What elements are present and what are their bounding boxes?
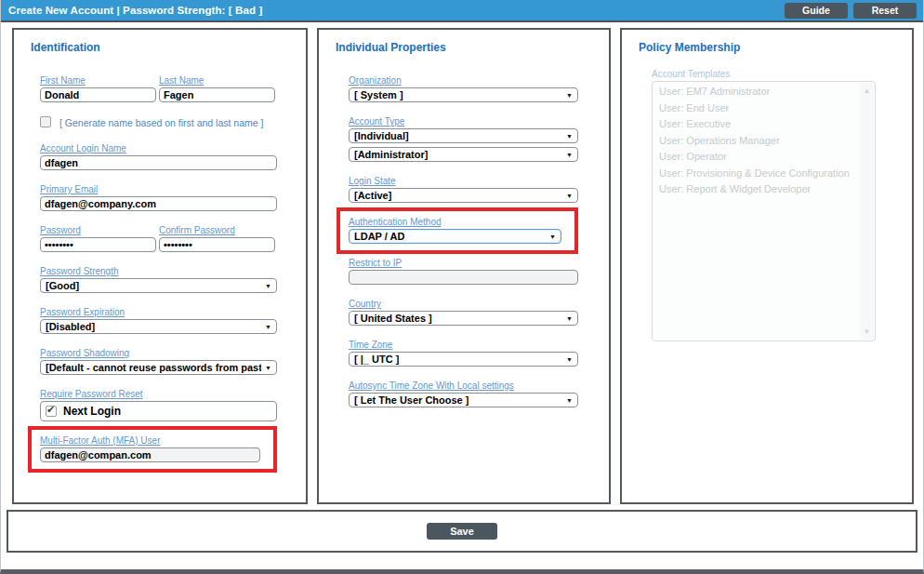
last-name-input[interactable] bbox=[159, 87, 275, 102]
primary-email-input[interactable] bbox=[40, 196, 277, 211]
autosync-time-zone-value: [ Let The User Choose ] bbox=[354, 394, 469, 406]
country-label: Country bbox=[349, 299, 578, 309]
dropdown-arrow-icon: ▼ bbox=[566, 152, 573, 158]
policy-membership-panel: Policy Membership Account Templates User… bbox=[620, 28, 914, 504]
next-login-label: Next Login bbox=[63, 405, 121, 418]
account-templates-listbox[interactable]: User: EM7 Administrator User: End User U… bbox=[652, 81, 876, 341]
primary-email-label: Primary Email bbox=[40, 184, 277, 194]
annotation-highlight-authentication-method: Authentication Method LDAP / AD ▼ bbox=[337, 207, 578, 254]
login-state-label: Login State bbox=[349, 176, 578, 186]
restrict-to-ip-input[interactable] bbox=[349, 270, 578, 285]
account-type-value: [Individual] bbox=[354, 130, 409, 141]
identification-panel: Identification First Name Last Name [ Ge… bbox=[12, 28, 308, 504]
dropdown-arrow-icon: ▼ bbox=[566, 356, 573, 363]
account-login-name-input[interactable] bbox=[40, 155, 277, 170]
last-name-label: Last Name bbox=[159, 75, 275, 86]
guide-button[interactable]: Guide bbox=[785, 3, 848, 19]
mfa-user-label: Multi-Factor Auth (MFA) User bbox=[40, 435, 260, 446]
require-password-reset-label: Require Password Reset bbox=[40, 389, 277, 399]
dropdown-arrow-icon: ▼ bbox=[566, 92, 573, 99]
page-title: Create New Account | Password Strength: … bbox=[8, 5, 262, 16]
dropdown-arrow-icon: ▼ bbox=[265, 365, 271, 371]
dropdown-arrow-icon: ▼ bbox=[566, 193, 573, 199]
checkmark-icon: ✔ bbox=[46, 404, 55, 415]
password-strength-label: Password Strength bbox=[40, 266, 277, 276]
list-item[interactable]: User: End User bbox=[653, 100, 875, 117]
password-shadowing-select[interactable]: [Default - cannot reuse passwords from p… bbox=[40, 360, 277, 375]
autosync-time-zone-label: Autosync Time Zone With Local settings bbox=[349, 380, 578, 391]
dropdown-arrow-icon: ▼ bbox=[566, 397, 573, 404]
account-login-name-label: Account Login Name bbox=[40, 143, 277, 154]
password-expiration-select[interactable]: [Disabled] ▼ bbox=[40, 319, 277, 334]
individual-properties-panel: Individual Properties Organization [ Sys… bbox=[317, 28, 611, 504]
generate-name-label: [ Generate name based on first and last … bbox=[59, 116, 263, 128]
country-select[interactable]: [ United States ] ▼ bbox=[349, 311, 578, 326]
account-subtype-value: [Administrator] bbox=[354, 149, 428, 160]
password-expiration-value: [Disabled] bbox=[46, 321, 95, 332]
dropdown-arrow-icon: ▼ bbox=[549, 234, 556, 240]
first-name-input[interactable] bbox=[40, 87, 156, 102]
time-zone-label: Time Zone bbox=[349, 340, 578, 350]
password-strength-select[interactable]: [Good] ▼ bbox=[40, 278, 277, 293]
login-state-select[interactable]: [Active] ▼ bbox=[349, 188, 578, 203]
time-zone-value: [ |_ UTC ] bbox=[354, 354, 399, 365]
account-subtype-select[interactable]: [Administrator] ▼ bbox=[349, 147, 578, 162]
organization-select[interactable]: [ System ] ▼ bbox=[349, 87, 578, 102]
country-value: [ United States ] bbox=[354, 313, 432, 324]
first-name-label: First Name bbox=[40, 75, 156, 86]
mfa-user-input[interactable] bbox=[40, 447, 260, 462]
list-item[interactable]: User: Operations Manager bbox=[653, 133, 875, 150]
save-button[interactable]: Save bbox=[427, 523, 497, 540]
restrict-to-ip-label: Restrict to IP bbox=[349, 258, 578, 268]
confirm-password-input[interactable] bbox=[159, 237, 275, 252]
list-item[interactable]: User: Executive bbox=[653, 116, 875, 133]
list-item[interactable]: User: EM7 Administrator bbox=[653, 84, 875, 100]
authentication-method-select[interactable]: LDAP / AD ▼ bbox=[349, 229, 561, 244]
password-label: Password bbox=[40, 225, 156, 235]
authentication-method-value: LDAP / AD bbox=[354, 231, 404, 242]
password-shadowing-value: [Default - cannot reuse passwords from p… bbox=[46, 362, 261, 373]
next-login-checkbox[interactable]: ✔ bbox=[46, 406, 57, 417]
policy-membership-title: Policy Membership bbox=[622, 30, 912, 56]
title-bar: Create New Account | Password Strength: … bbox=[1, 0, 923, 22]
list-item[interactable]: User: Report & Widget Developer bbox=[653, 181, 875, 198]
scroll-up-icon: ▲ bbox=[860, 87, 874, 95]
dropdown-arrow-icon: ▼ bbox=[265, 283, 271, 289]
account-templates-label: Account Templates bbox=[652, 69, 876, 79]
time-zone-select[interactable]: [ |_ UTC ] ▼ bbox=[349, 352, 578, 367]
list-item[interactable]: User: Provisioning & Device Configuratio… bbox=[653, 166, 875, 182]
scroll-down-icon: ▼ bbox=[860, 327, 874, 336]
account-type-label: Account Type bbox=[349, 116, 578, 127]
save-bar: Save bbox=[7, 510, 917, 553]
list-item[interactable]: User: Operator bbox=[653, 149, 875, 166]
header-buttons: Guide Reset bbox=[785, 3, 917, 19]
account-type-select[interactable]: [Individual] ▼ bbox=[349, 128, 578, 143]
password-input[interactable] bbox=[40, 237, 156, 252]
individual-properties-title: Individual Properties bbox=[319, 30, 609, 56]
authentication-method-label: Authentication Method bbox=[349, 217, 561, 227]
password-expiration-label: Password Expiration bbox=[40, 307, 277, 317]
autosync-time-zone-select[interactable]: [ Let The User Choose ] ▼ bbox=[349, 393, 578, 407]
dropdown-arrow-icon: ▼ bbox=[566, 315, 573, 322]
require-password-reset-box: ✔ Next Login bbox=[40, 401, 277, 421]
generate-name-checkbox[interactable] bbox=[40, 116, 51, 127]
listbox-scrollbar[interactable]: ▲ ▼ bbox=[860, 83, 874, 340]
password-shadowing-label: Password Shadowing bbox=[40, 348, 277, 358]
create-account-page: Create New Account | Password Strength: … bbox=[0, 0, 924, 574]
dropdown-arrow-icon: ▼ bbox=[566, 133, 573, 140]
annotation-highlight-mfa: Multi-Factor Auth (MFA) User bbox=[28, 426, 277, 473]
confirm-password-label: Confirm Password bbox=[159, 225, 275, 235]
form-body: Identification First Name Last Name [ Ge… bbox=[1, 22, 923, 504]
reset-button[interactable]: Reset bbox=[853, 3, 917, 19]
identification-title: Identification bbox=[14, 30, 306, 56]
organization-label: Organization bbox=[349, 75, 578, 86]
dropdown-arrow-icon: ▼ bbox=[265, 324, 271, 330]
login-state-value: [Active] bbox=[354, 190, 391, 201]
password-strength-value: [Good] bbox=[46, 280, 79, 291]
organization-value: [ System ] bbox=[354, 89, 403, 100]
